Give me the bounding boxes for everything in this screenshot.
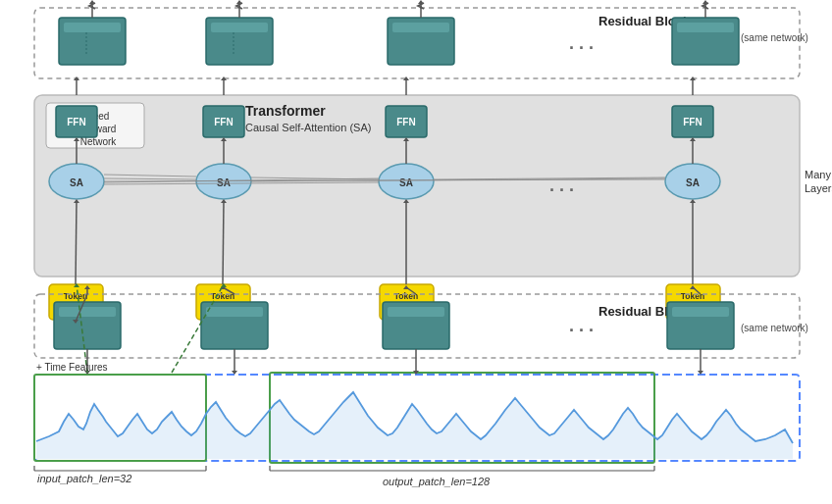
svg-marker-131 bbox=[221, 283, 227, 287]
svg-line-73 bbox=[251, 178, 665, 181]
top-residual-label: Residual Block bbox=[598, 14, 691, 28]
svg-rect-2 bbox=[64, 23, 121, 32]
svg-rect-118 bbox=[34, 375, 206, 461]
svg-marker-22 bbox=[418, 0, 424, 4]
svg-rect-99 bbox=[59, 307, 116, 317]
svg-text:SA: SA bbox=[399, 177, 413, 188]
svg-line-111 bbox=[223, 287, 234, 294]
svg-marker-90 bbox=[221, 199, 227, 203]
svg-marker-66 bbox=[690, 137, 696, 141]
svg-marker-92 bbox=[403, 199, 409, 203]
top-same-network-label: (same network) bbox=[741, 32, 808, 43]
svg-rect-95 bbox=[34, 294, 800, 358]
svg-marker-62 bbox=[221, 137, 227, 141]
diagram-container: Residual Block (same network) . . . bbox=[0, 0, 832, 504]
svg-rect-34 bbox=[56, 106, 97, 137]
svg-text:Feed: Feed bbox=[87, 111, 110, 122]
svg-line-68 bbox=[104, 178, 196, 179]
svg-text:+ PE: + PE bbox=[214, 304, 233, 314]
svg-line-130 bbox=[172, 284, 224, 373]
svg-point-46 bbox=[379, 164, 434, 199]
svg-rect-78 bbox=[196, 284, 250, 320]
svg-rect-117 bbox=[34, 375, 800, 461]
svg-text:SA: SA bbox=[217, 177, 231, 188]
svg-rect-10 bbox=[677, 23, 734, 32]
svg-text:Layers: Layers bbox=[805, 182, 832, 194]
svg-line-71 bbox=[104, 179, 665, 181]
svg-text:SA: SA bbox=[686, 177, 700, 188]
svg-marker-60 bbox=[74, 137, 79, 141]
svg-rect-4 bbox=[206, 18, 273, 65]
svg-marker-20 bbox=[236, 0, 242, 4]
svg-line-113 bbox=[406, 287, 416, 294]
svg-marker-127 bbox=[698, 371, 703, 375]
svg-text:input_patch_len=32: input_patch_len=32 bbox=[37, 473, 131, 484]
svg-marker-121 bbox=[84, 371, 90, 375]
svg-rect-100 bbox=[201, 302, 268, 349]
svg-rect-75 bbox=[49, 284, 103, 320]
svg-point-48 bbox=[665, 164, 720, 199]
svg-rect-81 bbox=[380, 284, 434, 320]
svg-marker-58 bbox=[690, 76, 696, 80]
svg-rect-104 bbox=[667, 302, 734, 349]
svg-line-115 bbox=[693, 287, 701, 294]
svg-rect-5 bbox=[211, 23, 268, 32]
svg-marker-112 bbox=[220, 285, 226, 289]
svg-text:Token: Token bbox=[394, 291, 418, 301]
svg-line-70 bbox=[104, 182, 379, 184]
svg-text:output_patch_len=128: output_patch_len=128 bbox=[383, 476, 491, 487]
svg-text:Residual Block: Residual Block bbox=[598, 304, 691, 319]
svg-marker-123 bbox=[232, 371, 237, 375]
svg-rect-9 bbox=[672, 18, 739, 65]
svg-marker-116 bbox=[690, 285, 696, 289]
svg-line-89 bbox=[223, 201, 224, 284]
svg-marker-110 bbox=[84, 285, 90, 289]
svg-text:+ PE: + PE bbox=[397, 304, 416, 314]
svg-rect-30 bbox=[46, 103, 144, 148]
svg-marker-114 bbox=[403, 285, 409, 289]
svg-text:. . .: . . . bbox=[549, 176, 574, 195]
svg-line-87 bbox=[76, 201, 77, 284]
svg-text:Forward: Forward bbox=[80, 124, 117, 134]
svg-rect-101 bbox=[206, 307, 263, 317]
svg-line-128 bbox=[77, 284, 87, 373]
svg-rect-102 bbox=[383, 302, 449, 349]
svg-text:+ PE: + PE bbox=[684, 304, 702, 314]
svg-text:. . .: . . . bbox=[569, 33, 594, 53]
svg-text:FFN: FFN bbox=[67, 117, 85, 127]
svg-marker-24 bbox=[702, 0, 708, 4]
svg-text:FFN: FFN bbox=[683, 117, 702, 127]
svg-rect-1 bbox=[59, 18, 126, 65]
svg-marker-64 bbox=[403, 137, 409, 141]
svg-marker-125 bbox=[413, 371, 419, 375]
svg-marker-52 bbox=[74, 76, 79, 80]
svg-rect-7 bbox=[388, 18, 454, 65]
svg-text:Causal Self-Attention (SA): Causal Self-Attention (SA) bbox=[245, 122, 371, 133]
svg-rect-0 bbox=[34, 8, 800, 78]
svg-rect-25 bbox=[34, 95, 800, 277]
svg-marker-94 bbox=[690, 199, 696, 203]
svg-text:Many: Many bbox=[805, 169, 831, 180]
svg-marker-18 bbox=[89, 0, 95, 4]
svg-rect-84 bbox=[666, 284, 720, 320]
svg-rect-103 bbox=[388, 307, 444, 317]
svg-rect-119 bbox=[270, 373, 654, 463]
svg-marker-129 bbox=[74, 283, 79, 287]
svg-rect-98 bbox=[54, 302, 121, 349]
svg-text:Network: Network bbox=[80, 136, 118, 147]
svg-point-44 bbox=[196, 164, 251, 199]
svg-text:FFN: FFN bbox=[396, 117, 415, 127]
svg-rect-36 bbox=[203, 106, 244, 137]
svg-rect-8 bbox=[392, 23, 449, 32]
svg-line-107 bbox=[76, 294, 87, 322]
svg-line-74 bbox=[434, 177, 665, 179]
svg-text:SA: SA bbox=[70, 177, 83, 188]
svg-line-72 bbox=[251, 177, 379, 179]
svg-rect-105 bbox=[672, 307, 729, 317]
svg-text:. . .: . . . bbox=[569, 316, 594, 335]
svg-rect-38 bbox=[386, 106, 427, 137]
svg-text:FFN: FFN bbox=[214, 117, 233, 127]
svg-rect-40 bbox=[672, 106, 713, 137]
svg-text:Token: Token bbox=[64, 291, 87, 301]
svg-text:Token: Token bbox=[681, 291, 704, 301]
